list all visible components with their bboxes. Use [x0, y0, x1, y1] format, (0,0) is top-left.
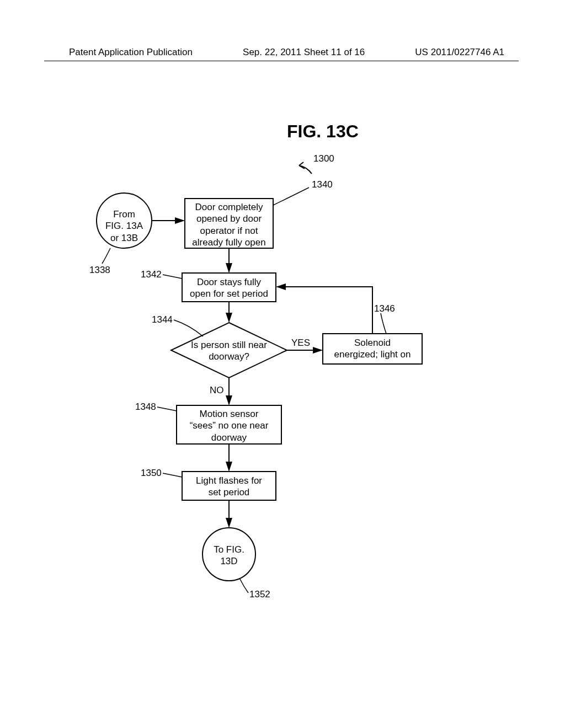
to-l2: 13D: [220, 556, 237, 566]
leader-1352: [240, 579, 248, 593]
page-header: Patent Application Publication Sep. 22, …: [0, 47, 565, 58]
header-rule: [44, 61, 519, 61]
b1348-l2: “sees” no one near: [190, 420, 269, 431]
b1350-l1: Light flashes for: [196, 475, 262, 486]
leader-1338: [102, 248, 110, 264]
box-1346-text: Solenoid energized; light on: [326, 337, 419, 361]
leader-1348: [157, 407, 177, 411]
to-connector-text: To FIG. 13D: [207, 544, 251, 568]
leader-1350: [163, 473, 182, 477]
leader-1346: [381, 313, 386, 334]
b1340-l3: operator if not: [200, 226, 258, 236]
ref-1300-hook-arrow: [299, 162, 305, 169]
from-l2: FIG. 13A: [105, 221, 143, 231]
diamond-1344-text: Is person still near doorway?: [185, 339, 273, 363]
leader-1342: [163, 275, 182, 279]
ref-1338: 1338: [89, 265, 110, 276]
from-l1: From: [113, 209, 135, 220]
header-left: Patent Application Publication: [69, 47, 193, 58]
b1346-l2: energized; light on: [334, 349, 411, 360]
to-l1: To FIG.: [214, 544, 244, 555]
ref-1344: 1344: [152, 314, 173, 325]
b1346-l1: Solenoid: [354, 338, 391, 348]
leader-1340: [273, 188, 309, 205]
ref-1352: 1352: [249, 589, 270, 600]
ref-1340: 1340: [312, 179, 333, 190]
b1340-l4: already fully open: [192, 237, 265, 248]
box-1342-text: Door stays fully open for set period: [185, 276, 273, 300]
b1342-l2: open for set period: [190, 288, 268, 299]
b1348-l3: doorway: [211, 432, 247, 443]
figure-title: FIG. 13C: [287, 121, 359, 142]
ref-1346: 1346: [374, 303, 395, 314]
ref-1342: 1342: [141, 269, 162, 280]
label-yes: YES: [291, 338, 310, 349]
box-1340-text: Door completely opened by door operator …: [188, 201, 270, 248]
ref-1348: 1348: [135, 402, 156, 413]
ref-1300: 1300: [313, 153, 334, 164]
arrow-1346-1342: [277, 287, 372, 334]
b1342-l1: Door stays fully: [197, 277, 261, 287]
flowchart: 1300 1338 1340 1342 1344 1346 1348 1350 …: [66, 154, 463, 623]
b1340-l2: opened by door: [196, 213, 262, 224]
box-1350-text: Light flashes for set period: [185, 475, 273, 499]
ref-1350: 1350: [141, 468, 162, 479]
from-connector-text: From FIG. 13A or 13B: [102, 208, 146, 244]
from-l3: or 13B: [110, 233, 138, 243]
header-center: Sep. 22, 2011 Sheet 11 of 16: [243, 47, 365, 58]
leader-1344: [174, 320, 203, 336]
b1350-l2: set period: [209, 487, 250, 497]
header-right: US 2011/0227746 A1: [415, 47, 504, 58]
label-no: NO: [210, 385, 224, 396]
b1340-l1: Door completely: [195, 202, 263, 212]
box-1348-text: Motion sensor “sees” no one near doorway: [179, 408, 279, 443]
b1348-l1: Motion sensor: [200, 409, 259, 419]
